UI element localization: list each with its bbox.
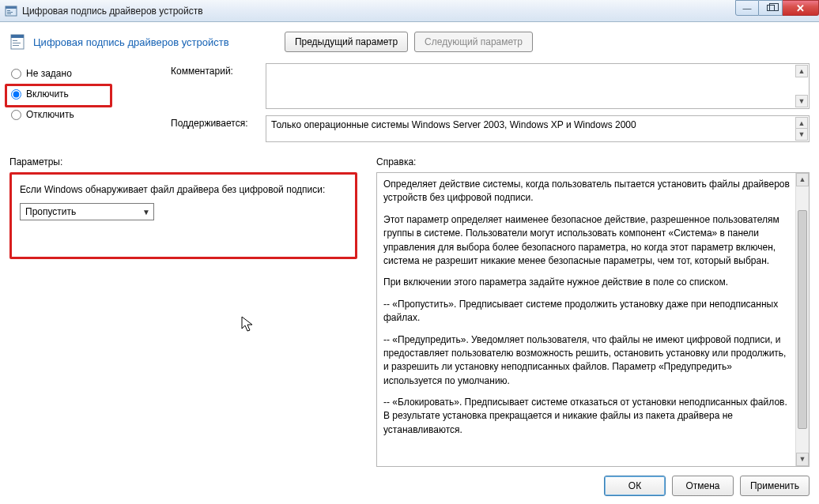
svg-rect-1: [6, 6, 17, 9]
app-icon: [5, 5, 17, 17]
svg-rect-4: [7, 13, 11, 14]
help-text: Этот параметр определяет наименее безопа…: [383, 213, 790, 269]
radio-disabled-label: Отключить: [26, 109, 74, 120]
scroll-down-icon[interactable]: ▼: [795, 95, 808, 107]
scroll-up-icon[interactable]: ▲: [796, 173, 809, 186]
unsigned-driver-prompt: Если Windows обнаруживает файл драйвера …: [20, 184, 347, 195]
help-text: При включении этого параметра задайте ну…: [383, 276, 790, 289]
window-title: Цифровая подпись драйверов устройств: [22, 6, 203, 17]
dialog-footer: ОК Отмена Применить: [9, 467, 810, 496]
window-controls: — ✕: [735, 0, 819, 16]
minimize-button[interactable]: —: [735, 0, 759, 16]
scroll-down-icon[interactable]: ▼: [795, 128, 808, 141]
parameters-label: Параметры:: [9, 156, 357, 167]
previous-setting-button[interactable]: Предыдущий параметр: [285, 32, 408, 52]
maximize-button[interactable]: [759, 0, 783, 16]
supported-field: Только операционные системы Windows Serv…: [266, 115, 810, 142]
radio-disabled-input[interactable]: [11, 110, 21, 120]
help-scrollbar[interactable]: ▲ ▼: [795, 173, 809, 466]
help-text: -- «Пропустить». Предписывает системе пр…: [383, 298, 790, 325]
combo-value: Пропустить: [25, 206, 76, 217]
radio-enabled-input[interactable]: [11, 89, 21, 100]
ok-button[interactable]: ОК: [604, 476, 666, 496]
close-button[interactable]: ✕: [783, 0, 819, 16]
chevron-down-icon: ▼: [142, 208, 150, 216]
unsigned-driver-action-combo[interactable]: Пропустить ▼: [20, 203, 154, 220]
apply-button[interactable]: Применить: [740, 476, 810, 496]
help-text: Определяет действие системы, когда польз…: [383, 178, 790, 205]
policy-icon: [9, 33, 27, 51]
radio-not-configured[interactable]: Не задано: [9, 63, 160, 84]
svg-rect-7: [13, 40, 17, 41]
scroll-down-icon[interactable]: ▼: [796, 453, 809, 466]
help-label: Справка:: [376, 156, 810, 167]
supported-text: Только операционные системы Windows Serv…: [271, 119, 636, 130]
help-text: -- «Предупредить». Уведомляет пользовате…: [383, 333, 790, 389]
title-bar: Цифровая подпись драйверов устройств — ✕: [0, 0, 819, 22]
comment-label: Комментарий:: [171, 63, 258, 109]
svg-rect-3: [7, 12, 13, 13]
svg-rect-6: [11, 35, 24, 38]
policy-header: Цифровая подпись драйверов устройств Пре…: [9, 28, 810, 63]
help-panel: Определяет действие системы, когда польз…: [376, 172, 810, 467]
svg-rect-2: [7, 10, 10, 11]
comment-field[interactable]: ▲ ▼: [266, 63, 810, 109]
policy-title: Цифровая подпись драйверов устройств: [33, 36, 229, 48]
svg-rect-9: [13, 45, 19, 46]
svg-rect-8: [13, 43, 21, 43]
radio-not-configured-input[interactable]: [11, 69, 21, 79]
scroll-up-icon[interactable]: ▲: [795, 65, 808, 77]
radio-enabled-label: Включить: [26, 88, 69, 100]
cancel-button[interactable]: Отмена: [672, 476, 734, 496]
supported-label: Поддерживается:: [171, 115, 258, 142]
next-setting-button: Следующий параметр: [414, 32, 533, 52]
radio-enabled[interactable]: Включить: [9, 84, 160, 104]
radio-not-configured-label: Не задано: [26, 68, 72, 79]
help-text: -- «Блокировать». Предписывает системе о…: [383, 396, 790, 437]
radio-disabled[interactable]: Отключить: [9, 104, 160, 125]
state-radio-group: Не задано Включить Отключить: [9, 63, 160, 142]
scroll-thumb[interactable]: [798, 210, 807, 429]
parameters-panel: Если Windows обнаруживает файл драйвера …: [9, 172, 357, 259]
